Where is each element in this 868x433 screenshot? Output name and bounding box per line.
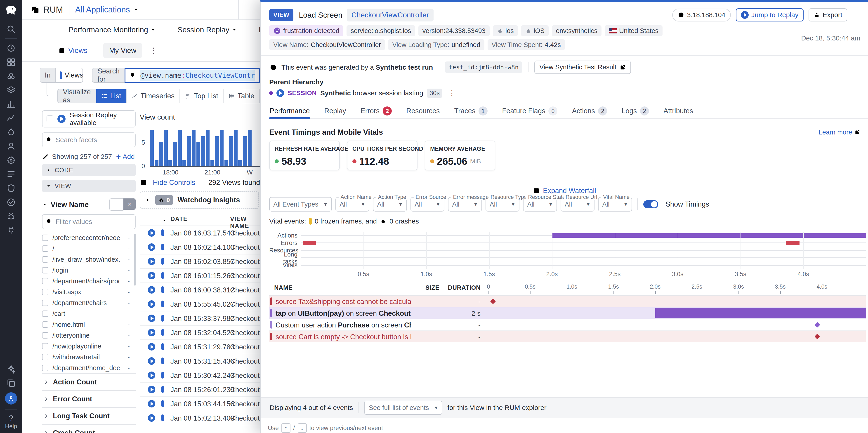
event-list-row[interactable]: Jan 08 16:02:03.857CheckoutVi [140,254,260,269]
synthetics-icon[interactable] [6,155,16,165]
event-marker-diamond[interactable] [814,334,820,339]
help-icon[interactable]: ? [9,413,13,422]
filter-error-source[interactable]: Error SourceAll▼ [410,197,444,212]
replay-play-button[interactable] [148,329,155,336]
filter-action-name[interactable]: Action NameAll▼ [336,197,369,212]
chart-bar[interactable] [215,136,219,166]
filter-vital-name[interactable]: Vital NameAll▼ [598,197,632,212]
apm-icon[interactable] [6,114,16,123]
scope-selector[interactable]: In Views ▾ [40,68,83,83]
see-full-list-dropdown[interactable]: See full list of events ▾ [364,401,442,415]
help-label[interactable]: Help [5,423,17,430]
session-replay-available-filter[interactable]: Session Replay available [42,110,135,127]
tag-pill[interactable]: service:io.shopist.ios [346,25,415,36]
facet-value-row[interactable]: /howtoplayonline- [42,341,135,352]
facet-value-row[interactable]: /withdrawatretail- [42,352,135,363]
checkbox[interactable] [42,332,49,339]
event-list-row[interactable]: Jan 08 16:03:17.543CheckoutVi [140,226,260,240]
export-button[interactable]: Export [809,8,847,22]
session-options-kebab-icon[interactable]: ⋮ [448,91,456,95]
checkbox[interactable] [42,235,49,241]
facet-clear-button[interactable]: × [123,198,135,210]
ip-address-pill[interactable]: 3.18.188.104 [672,8,731,22]
checkbox[interactable] [42,321,49,328]
chart-bar[interactable] [168,160,172,166]
chart-bar[interactable] [178,130,182,166]
replay-play-button[interactable] [148,357,155,365]
attribute-pill[interactable]: View Name:CheckoutViewController [269,39,385,50]
history-icon[interactable] [6,43,16,53]
watchdog-icon[interactable] [6,71,16,81]
facet-value-row[interactable]: /cart- [42,308,135,319]
event-list-row[interactable]: Jan 08 15:03:44.156CheckoutVi [140,397,260,411]
checkbox[interactable] [42,289,49,295]
ci-icon[interactable] [6,197,16,207]
replay-play-button[interactable] [148,243,155,251]
replay-play-button[interactable] [148,272,155,279]
filter-values-input[interactable] [42,214,135,229]
facet-value-row[interactable]: /live_draw_show/index.html- [42,254,135,265]
facet-group-error-count[interactable]: Error Count [42,390,135,407]
facet-filter-button[interactable] [110,198,123,211]
logs-icon[interactable] [6,169,16,179]
views-link[interactable]: Views [58,46,88,55]
jump-to-replay-button[interactable]: Jump to Replay [736,8,804,22]
synthetic-test-id[interactable]: test_id:jm8-ddn-w8n [445,61,522,73]
parent-session-row[interactable]: SESSION Synthetic browser session lastin… [269,89,456,98]
datadog-logo-icon[interactable] [4,4,18,17]
event-marker-diamond[interactable] [490,298,496,304]
event-list-row[interactable]: Jan 08 15:33:37.982CheckoutVi [140,311,260,326]
event-name-chip[interactable]: CheckoutViewController [347,8,434,22]
overview-bar[interactable] [303,241,316,245]
filter-resource-url[interactable]: Resource UrlAll▼ [561,197,594,212]
facet-value-row[interactable]: /department/home_decor- [42,363,135,373]
chart-bar[interactable] [224,160,228,166]
dashboards-icon[interactable] [6,57,16,67]
tab-traces[interactable]: Traces1 [454,103,488,118]
chart-bar[interactable] [248,130,252,166]
chart-bar[interactable] [234,130,238,166]
checkbox[interactable] [42,278,49,284]
rum-icon[interactable] [6,142,16,151]
event-list-row[interactable]: Jan 08 16:02:14.100CheckoutVi [140,240,260,254]
facet-group-action-count[interactable]: Action Count [42,373,135,390]
ai-sparkle-icon[interactable] [6,364,16,374]
facet-group-crash-count[interactable]: Crash Count [42,424,135,433]
tab-actions[interactable]: Actions2 [571,103,608,118]
event-list-row[interactable]: Jan 08 15:31:29.783CheckoutVi [140,340,260,354]
metrics-icon[interactable] [6,99,16,109]
filter-event-types[interactable]: All Event Types▼ [269,197,332,212]
replay-play-button[interactable] [148,258,155,265]
checkbox[interactable] [42,365,49,371]
chart-bar[interactable] [187,136,191,166]
facet-group-core[interactable]: CORE [42,164,135,176]
pencil-icon[interactable] [42,153,49,160]
add-facet-button[interactable]: +Add [116,153,135,160]
waterfall-event-row[interactable]: tap on UIButton(pay) on screen CheckoutV… [269,307,866,319]
tab-attributes[interactable]: Attributes [663,103,693,118]
facet-value-row[interactable]: /lotteryonline- [42,330,135,341]
replay-play-button[interactable] [148,229,155,237]
chart-bar[interactable] [220,130,223,166]
close-icon[interactable] [854,11,862,19]
chart-bar[interactable] [164,130,168,166]
replay-play-button[interactable] [148,343,155,350]
nav-session-replay[interactable]: Session Replay [178,26,237,34]
chart-bar[interactable] [150,130,154,166]
tab-errors[interactable]: Errors2 [360,103,392,118]
tag-pill[interactable]: iOS [521,25,549,36]
replay-play-button[interactable] [148,372,155,379]
chart-bar[interactable] [192,130,195,166]
chart-bar[interactable] [159,142,163,166]
facet-value-row[interactable]: /- [42,243,135,254]
visualize-option-top-list[interactable]: Top List [180,89,223,103]
search-query-input[interactable]: @view.name:CheckoutViewContr [125,68,260,83]
facet-group-long-task-count[interactable]: Long Task Count [42,407,135,424]
attribute-pill[interactable]: View Loading Type:undefined [388,39,484,50]
show-timings-toggle[interactable] [643,200,658,208]
checkbox[interactable] [42,245,49,252]
facet-value-row[interactable]: /preferencecenter/neoeng...- [42,232,135,243]
event-marker-diamond[interactable] [814,322,820,328]
visualize-option-list[interactable]: List [96,89,126,103]
tag-pill[interactable]: ios [493,25,518,36]
